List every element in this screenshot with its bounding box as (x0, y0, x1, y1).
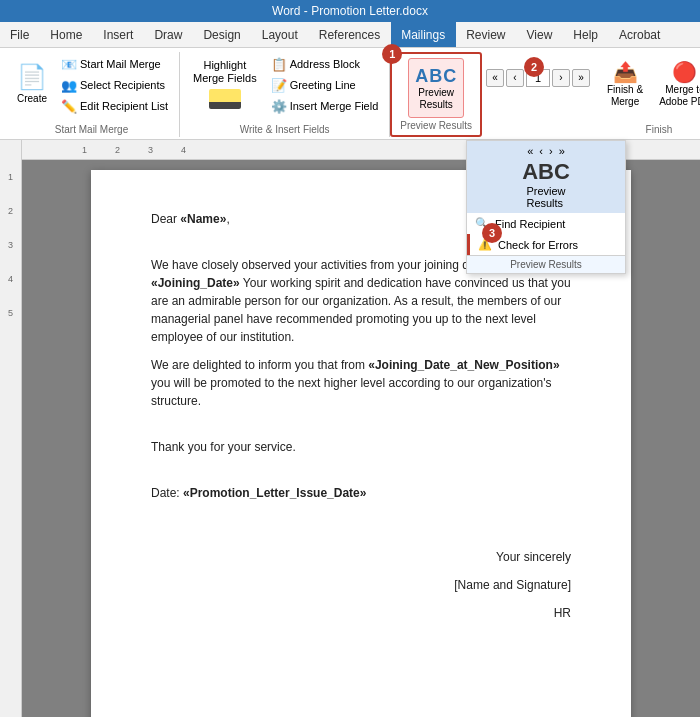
ruler-h-4: 4 (181, 145, 186, 155)
nav-last-button[interactable]: » (572, 69, 590, 87)
ruler-h-2: 2 (115, 145, 120, 155)
finish-merge-button[interactable]: 📤 Finish &Merge (600, 54, 650, 114)
ruler-h-numbers: 1 2 3 4 (82, 145, 186, 155)
tab-references[interactable]: References (309, 22, 391, 47)
tab-review[interactable]: Review (456, 22, 516, 47)
title-text: Word - Promotion Letter.docx (272, 4, 428, 18)
start-mail-merge-group-label: Start Mail Merge (55, 122, 128, 135)
address-block-icon: 📋 (271, 57, 287, 72)
highlight-icon (209, 89, 241, 109)
address-block-button[interactable]: 📋 Address Block (266, 54, 384, 74)
joining-date-new-position-field: «Joining_Date_at_New_Position» (368, 358, 559, 372)
dropdown-nav-first[interactable]: « (527, 145, 533, 157)
address-block-label: Address Block (290, 58, 360, 70)
tab-help[interactable]: Help (563, 22, 609, 47)
edit-recipient-icon: ✏️ (61, 99, 77, 114)
dropdown-panel: « ‹ › » ABC PreviewResults 🔍 Find Recipi… (466, 140, 626, 274)
preview-results-button[interactable]: ABC PreviewResults (408, 58, 464, 118)
mail-merge-column: 📧 Start Mail Merge 👥 Select Recipients ✏… (56, 54, 173, 116)
edit-recipient-list-button[interactable]: ✏️ Edit Recipient List (56, 96, 173, 116)
select-recipients-button[interactable]: 👥 Select Recipients (56, 75, 173, 95)
closing-signature: [Name and Signature] (151, 576, 571, 594)
create-label: Create (17, 93, 47, 105)
dropdown-abc-label: ABC (522, 159, 570, 185)
preview-results-group: 1 ABC PreviewResults Preview Results (390, 52, 482, 137)
start-mail-merge-label: Start Mail Merge (80, 58, 161, 70)
merge-to-pdf-button[interactable]: 🔴 Merge toAdobe PDF (652, 54, 700, 114)
ruler-num-4: 4 (8, 274, 13, 284)
insert-merge-field-button[interactable]: ⚙️ Insert Merge Field (266, 96, 384, 116)
start-mail-merge-group: 📄 Create 📧 Start Mail Merge 👥 Select Rec… (4, 52, 180, 137)
greeting-line-button[interactable]: 📝 Greeting Line (266, 75, 384, 95)
joining-date-field: «Joining_Date» (151, 276, 240, 290)
select-recipients-label: Select Recipients (80, 79, 165, 91)
start-mail-merge-icon: 📧 (61, 57, 77, 72)
badge-2: 2 (524, 57, 544, 77)
issue-date-field: «Promotion_Letter_Issue_Date» (183, 486, 366, 500)
finish-merge-label: Finish &Merge (607, 84, 643, 108)
dropdown-footer: Preview Results (467, 255, 625, 273)
write-insert-group-label: Write & Insert Fields (240, 122, 330, 135)
edit-recipient-label: Edit Recipient List (80, 100, 168, 112)
create-icon: 📄 (17, 63, 47, 91)
dropdown-nav-next[interactable]: › (549, 145, 553, 157)
tab-home[interactable]: Home (40, 22, 93, 47)
insert-merge-field-icon: ⚙️ (271, 99, 287, 114)
dropdown-nav-prev[interactable]: ‹ (539, 145, 543, 157)
highlight-text: HighlightMerge Fields (193, 59, 257, 85)
tab-draw[interactable]: Draw (144, 22, 193, 47)
dropdown-badge-area: « ‹ › » 2 (482, 52, 594, 137)
select-recipients-icon: 👥 (61, 78, 77, 93)
nav-prev-button[interactable]: ‹ (506, 69, 524, 87)
tab-file[interactable]: File (0, 22, 40, 47)
badge-1: 1 (382, 44, 402, 64)
finish-group: 📤 Finish &Merge 🔴 Merge toAdobe PDF Fini… (594, 52, 700, 137)
ruler-num-3: 3 (8, 240, 13, 250)
thanks-paragraph: Thank you for your service. (151, 438, 571, 456)
body-paragraph-2: We are delighted to inform you that from… (151, 356, 571, 410)
ruler-left: 1 2 3 4 5 (0, 140, 22, 717)
start-mail-merge-inner: 📄 Create 📧 Start Mail Merge 👥 Select Rec… (10, 54, 173, 122)
tab-bar: File Home Insert Draw Design Layout Refe… (0, 22, 700, 48)
title-bar: Word - Promotion Letter.docx (0, 0, 700, 22)
ruler-h-1: 1 (82, 145, 87, 155)
tab-acrobat[interactable]: Acrobat (609, 22, 671, 47)
dropdown-nav-row: « ‹ › » (527, 145, 565, 157)
preview-results-label: PreviewResults (418, 87, 454, 111)
ribbon: 📄 Create 📧 Start Mail Merge 👥 Select Rec… (0, 48, 700, 140)
ruler-num-1: 1 (8, 172, 13, 182)
badge-3: 3 (482, 223, 502, 243)
greeting-line-icon: 📝 (271, 78, 287, 93)
create-button[interactable]: 📄 Create (10, 54, 54, 114)
ruler-num-5: 5 (8, 308, 13, 318)
merge-pdf-label: Merge toAdobe PDF (659, 84, 700, 108)
nav-first-button[interactable]: « (486, 69, 504, 87)
tab-design[interactable]: Design (193, 22, 251, 47)
ruler-h-3: 3 (148, 145, 153, 155)
date-paragraph: Date: «Promotion_Letter_Issue_Date» (151, 484, 571, 502)
tab-mailings[interactable]: Mailings (391, 22, 456, 47)
finish-merge-icon: 📤 (613, 60, 638, 84)
check-errors-label: Check for Errors (498, 239, 578, 251)
tab-insert[interactable]: Insert (93, 22, 144, 47)
ruler-num-2: 2 (8, 206, 13, 216)
preview-results-group-label: Preview Results (400, 118, 472, 131)
highlight-merge-fields-button[interactable]: HighlightMerge Fields (186, 54, 264, 114)
merge-pdf-icon: 🔴 (672, 60, 697, 84)
closing-sincerely: Your sincerely (151, 548, 571, 566)
name-field: «Name» (180, 212, 226, 226)
dropdown-nav-last[interactable]: » (559, 145, 565, 157)
preview-abc-text: ABC (415, 66, 457, 87)
nav-next-button[interactable]: › (552, 69, 570, 87)
insert-merge-field-label: Insert Merge Field (290, 100, 379, 112)
tab-layout[interactable]: Layout (252, 22, 309, 47)
closing-hr: HR (151, 604, 571, 622)
greeting-line-label: Greeting Line (290, 79, 356, 91)
finish-inner: 📤 Finish &Merge 🔴 Merge toAdobe PDF (600, 54, 700, 122)
dropdown-header: « ‹ › » ABC PreviewResults (467, 141, 625, 213)
ribbon-content: 📄 Create 📧 Start Mail Merge 👥 Select Rec… (0, 48, 700, 139)
tab-view[interactable]: View (517, 22, 564, 47)
write-insert-inner: HighlightMerge Fields 📋 Address Block 📝 … (186, 54, 383, 122)
start-mail-merge-button[interactable]: 📧 Start Mail Merge (56, 54, 173, 74)
fields-column: 📋 Address Block 📝 Greeting Line ⚙️ Inser… (266, 54, 384, 116)
